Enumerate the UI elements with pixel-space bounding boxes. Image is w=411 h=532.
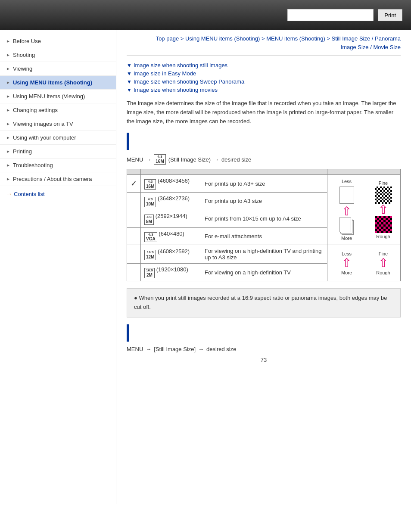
menu-icon-label: (Still Image Size) (168, 156, 211, 163)
sidebar-item-shooting[interactable]: ► Shooting (0, 48, 116, 62)
chevron-right-icon: ► (6, 149, 10, 154)
cell-check (127, 245, 141, 264)
size-dim: (3648×2736) (158, 195, 190, 202)
chevron-right-icon: ► (6, 177, 10, 181)
triangle-down-icon: ▼ (127, 71, 132, 77)
arrow-right-icon3: → (146, 346, 151, 352)
th-visual (366, 169, 401, 175)
th-size (141, 169, 201, 175)
sidebar-item-using-menu-shooting[interactable]: ► Using MENU items (Shooting) (0, 76, 116, 90)
cell-check: ✓ (127, 175, 141, 193)
section-bar-icon (127, 133, 129, 150)
cell-desc: For prints up to A3+ size (201, 175, 327, 193)
cell-quality-4x3: Less ⇧ More (327, 175, 366, 245)
breadcrumb-current: Still Image Size / PanoramaImage Size / … (332, 35, 401, 50)
cell-check (127, 264, 141, 281)
checker-rough-icon (375, 216, 392, 233)
sidebar-item-label: Shooting (13, 52, 35, 58)
chevron-right-icon: ► (6, 53, 10, 57)
triangle-down-icon: ▼ (127, 79, 132, 85)
table-row: ✓ 4:3 16M (4608×3456) For prints up to A… (127, 175, 401, 193)
chevron-right-icon: ► (6, 80, 10, 85)
sidebar: ► Before Use ► Shooting ► Viewing ► Usin… (0, 30, 116, 504)
breadcrumb-sep2: > (262, 35, 266, 42)
chevron-right-icon: ► (6, 135, 10, 140)
print-button[interactable]: Print (378, 9, 402, 21)
fine-label2: Fine (379, 251, 388, 256)
checkmark-icon: ✓ (131, 179, 137, 188)
sidebar-item-troubleshooting[interactable]: ► Troubleshooting (0, 159, 116, 172)
visual-diagram-169: Fine ⇧ Rough (370, 251, 397, 275)
menu-desired: desired size (221, 156, 251, 163)
th-image-quality (327, 169, 366, 175)
chevron-right-icon: ► (6, 94, 10, 99)
sidebar-item-label: Using MENU items (Viewing) (13, 93, 85, 100)
cell-size: 4:3 16M (4608×3456) (141, 175, 201, 193)
more-label2: More (341, 270, 352, 275)
sidebar-item-before-use[interactable]: ► Before Use (0, 34, 116, 48)
toc-link-movies[interactable]: ▼ Image size when shooting movies (127, 87, 401, 93)
arrow-right-icon4: → (198, 346, 204, 352)
breadcrumb-sep: > (181, 35, 185, 42)
size-icon-vga: 4:3 VGA (144, 232, 157, 243)
toc-link-sweep[interactable]: ▼ Image size when shooting Sweep Panoram… (127, 78, 401, 85)
menu2-desired: desired size (206, 346, 236, 352)
size-icon-10m: 4:3 10M (144, 197, 156, 207)
arrow-up-icon2: ⇧ (378, 204, 388, 216)
sidebar-item-label: Precautions / About this camera (13, 176, 92, 182)
fine-label: Fine (379, 180, 388, 186)
page-icon (339, 187, 354, 204)
cell-size: 4:3 10M (3648×2736) (141, 192, 201, 210)
menu-label: MENU (127, 156, 143, 163)
sidebar-item-changing-settings[interactable]: ► Changing settings (0, 103, 116, 117)
sidebar-item-label: Viewing images on a TV (13, 121, 73, 127)
size-dim: (4608×2592) (158, 248, 190, 255)
description-text: The image size determines the size of th… (127, 99, 401, 126)
cell-check (127, 227, 141, 245)
menu2-bracket: [Still Image Size] (154, 346, 196, 352)
sidebar-item-label: Using MENU items (Shooting) (13, 79, 92, 86)
breadcrumb-sep3: > (327, 35, 331, 42)
breadcrumb-top[interactable]: Top page (156, 35, 179, 42)
size-icon-12m: 16:9 12M (144, 250, 156, 260)
menu-instruction-2: MENU → [Still Image Size] → desired size (127, 346, 401, 352)
cell-check (127, 192, 141, 210)
cell-size: 16:9 2M (1920×1080) (141, 264, 201, 281)
sidebar-item-label: Printing (13, 148, 32, 155)
chevron-right-icon: ► (6, 39, 10, 44)
sidebar-item-label: Changing settings (13, 107, 58, 113)
cell-quality-169: Less ⇧ More (327, 245, 366, 281)
arrow-up-icon4: ⇧ (378, 257, 388, 269)
sidebar-item-viewing[interactable]: ► Viewing (0, 62, 116, 76)
table-row: 16:9 12M (4608×2592) For viewing on a hi… (127, 245, 401, 264)
menu2-label: MENU (127, 346, 143, 352)
page-number: 73 (127, 357, 401, 363)
breadcrumb-menu-items[interactable]: MENU items (Shooting) (266, 35, 325, 42)
size-dim: (1920×1080) (156, 266, 188, 273)
chevron-right-icon: ► (6, 121, 10, 126)
cell-desc: For prints from 10×15 cm up to A4 size (201, 210, 327, 227)
sidebar-item-printing[interactable]: ► Printing (0, 145, 116, 159)
sidebar-item-precautions[interactable]: ► Precautions / About this camera (0, 172, 116, 186)
sidebar-item-using-computer[interactable]: ► Using with your computer (0, 131, 116, 145)
less-label: Less (342, 179, 352, 184)
sidebar-item-label: Before Use (13, 38, 41, 44)
sidebar-item-using-menu-viewing[interactable]: ► Using MENU items (Viewing) (0, 90, 116, 103)
cell-desc: For e-mail attachments (201, 227, 327, 245)
image-size-table: ✓ 4:3 16M (4608×3456) For prints up to A… (127, 169, 401, 281)
arrow-right-icon: → (146, 156, 151, 163)
menu-icon-16m: 4:3 16M (154, 154, 165, 165)
contents-list-link[interactable]: → Contents list (0, 186, 116, 202)
size-icon-16m: 4:3 16M (144, 179, 156, 190)
contents-list-label: Contents list (14, 191, 45, 197)
toc-link-easy[interactable]: ▼ Image size in Easy Mode (127, 70, 401, 77)
menu-instruction-1: MENU → 4:3 16M (Still Image Size) → desi… (127, 154, 401, 165)
breadcrumb-using-menu[interactable]: Using MENU items (Shooting) (185, 35, 260, 42)
pages-stack-icon (339, 218, 355, 235)
bullet-icon: ● (134, 295, 137, 301)
sidebar-item-viewing-tv[interactable]: ► Viewing images on a TV (0, 117, 116, 131)
note-text: When you print still images recorded at … (134, 295, 387, 310)
toc-link-still[interactable]: ▼ Image size when shooting still images (127, 62, 401, 68)
section1-heading (127, 133, 401, 150)
search-input[interactable] (287, 9, 374, 21)
